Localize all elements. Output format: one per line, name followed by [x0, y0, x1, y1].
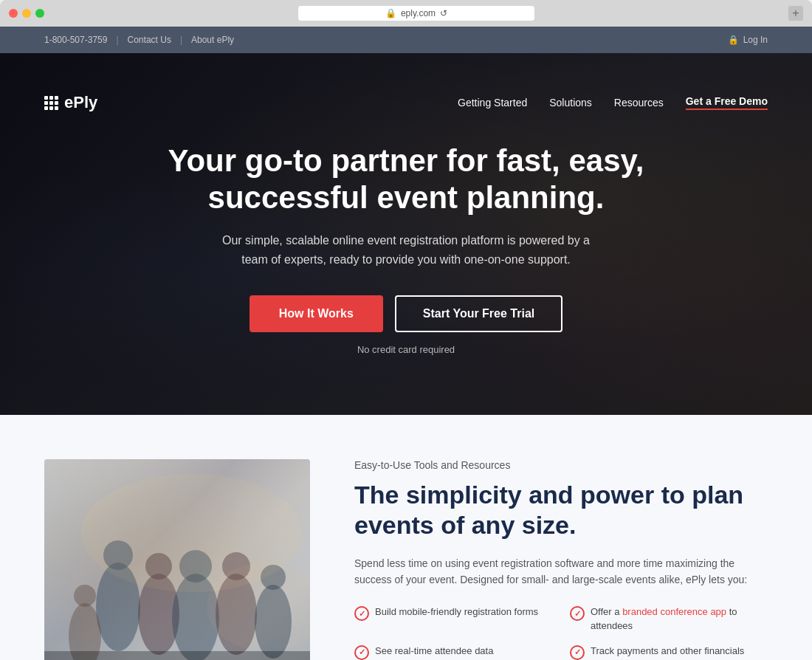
check-icon-1: ✓ [354, 606, 369, 621]
browser-chrome: 🔒 eply.com ↺ + [0, 0, 812, 27]
refresh-icon[interactable]: ↺ [440, 8, 447, 18]
hero-section: ePly Getting Started Solutions Resources… [0, 53, 812, 415]
logo-dot [55, 106, 58, 110]
features-eyebrow: Easy-to-Use Tools and Resources [354, 459, 768, 471]
svg-rect-14 [44, 651, 310, 660]
feature-text-3: See real-time attendee data [375, 644, 493, 658]
logo-dot [49, 96, 53, 100]
start-trial-button[interactable]: Start Your Free Trial [395, 295, 562, 332]
nav-free-demo[interactable]: Get a Free Demo [686, 95, 768, 110]
divider-2: | [180, 35, 182, 45]
check-mark-1: ✓ [359, 609, 365, 619]
check-icon-4: ✓ [570, 645, 585, 660]
how-it-works-button[interactable]: How It Works [250, 295, 383, 332]
top-bar-right: 🔒 Log In [728, 35, 768, 45]
nav-links: Getting Started Solutions Resources Get … [458, 95, 768, 110]
lock-icon: 🔒 [385, 8, 396, 18]
minimize-button[interactable] [22, 9, 31, 18]
feature-text-1: Build mobile-friendly registration forms [375, 605, 538, 619]
features-section: Easy-to-Use Tools and Resources The simp… [0, 415, 812, 660]
check-mark-2: ✓ [574, 609, 581, 619]
url-text: eply.com [401, 8, 436, 18]
top-bar-left: 1-800-507-3759 | Contact Us | About ePly [44, 35, 234, 45]
check-mark-4: ✓ [574, 647, 581, 657]
logo-grid [44, 96, 58, 110]
logo-dot [55, 96, 58, 100]
check-icon-3: ✓ [354, 645, 369, 660]
branded-app-link[interactable]: branded conference app [622, 606, 726, 617]
logo-dot [55, 101, 58, 105]
about-link[interactable]: About ePly [191, 35, 234, 45]
no-credit-card-note: No credit card required [155, 344, 657, 355]
feature-item-3: ✓ See real-time attendee data [354, 644, 552, 660]
main-nav: ePly Getting Started Solutions Resources… [0, 80, 812, 126]
feature-item-4: ✓ Track payments and other financials [570, 644, 768, 660]
features-image [44, 459, 310, 660]
login-icon: 🔒 [728, 35, 739, 45]
login-link[interactable]: Log In [743, 35, 768, 45]
logo-dot [44, 96, 48, 100]
feature-text-4: Track payments and other financials [591, 644, 744, 658]
features-content: Easy-to-Use Tools and Resources The simp… [354, 459, 768, 660]
feature-text-2: Offer a branded conference app to attend… [591, 605, 768, 632]
features-list: ✓ Build mobile-friendly registration for… [354, 605, 768, 659]
logo-text: ePly [64, 93, 97, 112]
logo-dot [44, 106, 48, 110]
check-mark-3: ✓ [359, 647, 365, 657]
logo-link[interactable]: ePly [44, 93, 97, 112]
hero-buttons: How It Works Start Your Free Trial [155, 295, 657, 332]
nav-resources[interactable]: Resources [614, 97, 664, 109]
logo-dot [49, 106, 53, 110]
logo-dot [49, 101, 53, 105]
address-bar: 🔒 eply.com ↺ [109, 6, 723, 21]
contact-link[interactable]: Contact Us [128, 35, 171, 45]
hero-subtitle: Our simple, scalable online event regist… [214, 231, 598, 269]
features-title: The simplicity and power to plan events … [354, 480, 768, 540]
features-description: Spend less time on using event registrat… [354, 555, 768, 588]
logo-dot [44, 101, 48, 105]
hero-title: Your go-to partner for fast, easy, succe… [155, 142, 657, 217]
people-illustration [44, 459, 310, 660]
close-button[interactable] [9, 9, 18, 18]
top-bar: 1-800-507-3759 | Contact Us | About ePly… [0, 27, 812, 53]
feature-item-1: ✓ Build mobile-friendly registration for… [354, 605, 552, 632]
new-tab-button[interactable]: + [788, 6, 803, 21]
traffic-lights [9, 9, 44, 18]
nav-solutions[interactable]: Solutions [549, 97, 592, 109]
feature-item-2: ✓ Offer a branded conference app to atte… [570, 605, 768, 632]
divider-1: | [116, 35, 118, 45]
maximize-button[interactable] [35, 9, 44, 18]
svg-point-11 [74, 585, 96, 607]
check-icon-2: ✓ [570, 606, 585, 621]
phone-number: 1-800-507-3759 [44, 35, 107, 45]
hero-content: Your go-to partner for fast, easy, succe… [140, 83, 672, 385]
nav-getting-started[interactable]: Getting Started [458, 97, 527, 109]
website: 1-800-507-3759 | Contact Us | About ePly… [0, 27, 812, 660]
url-bar[interactable]: 🔒 eply.com ↺ [298, 6, 534, 21]
